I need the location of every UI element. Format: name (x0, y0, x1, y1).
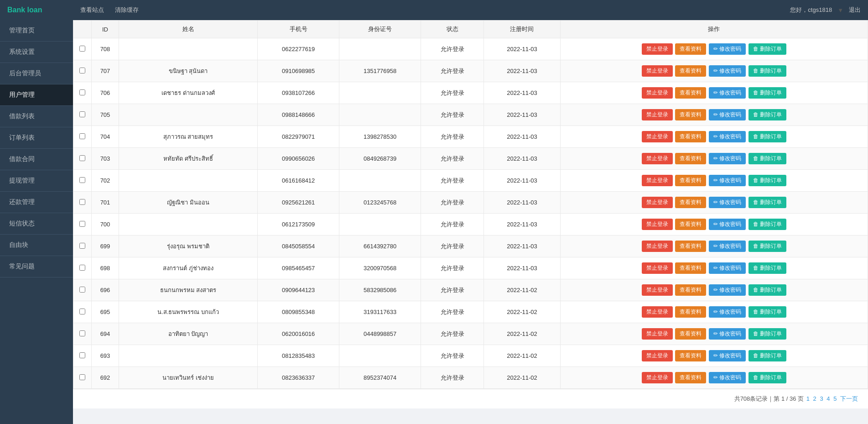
edit-password-button[interactable]: ✏ 修改密码 (709, 350, 746, 361)
sidebar-item-orders[interactable]: 订单列表 (0, 127, 73, 149)
row-checkbox[interactable] (73, 38, 92, 60)
edit-password-button[interactable]: ✏ 修改密码 (709, 153, 746, 164)
ban-button[interactable]: 禁止登录 (642, 109, 673, 120)
view-button[interactable]: 查看资料 (675, 87, 706, 99)
row-checkbox[interactable] (73, 279, 92, 301)
ban-button[interactable]: 禁止登录 (642, 131, 673, 142)
page-2[interactable]: 2 (813, 395, 816, 402)
ban-button[interactable]: 禁止登录 (642, 197, 673, 208)
sidebar-item-home[interactable]: 管理首页 (0, 20, 73, 42)
nav-view-site[interactable]: 查看站点 (80, 6, 104, 14)
ban-button[interactable]: 禁止登录 (642, 175, 673, 186)
row-checkbox[interactable] (73, 192, 92, 214)
edit-password-button[interactable]: ✏ 修改密码 (709, 306, 746, 318)
sidebar-item-loans[interactable]: 借款列表 (0, 106, 73, 127)
sidebar-item-admin[interactable]: 后台管理员 (0, 63, 73, 84)
delete-order-button[interactable]: 🗑 删除订单 (748, 284, 786, 296)
delete-order-button[interactable]: 🗑 删除订单 (748, 306, 786, 318)
view-button[interactable]: 查看资料 (675, 328, 706, 340)
delete-order-button[interactable]: 🗑 删除订单 (748, 197, 786, 208)
row-checkbox[interactable] (73, 301, 92, 323)
delete-order-button[interactable]: 🗑 删除订单 (748, 328, 786, 340)
row-checkbox[interactable] (73, 82, 92, 104)
edit-password-button[interactable]: ✏ 修改密码 (709, 328, 746, 340)
row-checkbox[interactable] (73, 236, 92, 257)
delete-order-button[interactable]: 🗑 删除订单 (748, 153, 786, 164)
page-1[interactable]: 1 (806, 395, 810, 402)
user-greeting[interactable]: 您好，ctgs1818 (790, 6, 832, 14)
edit-password-button[interactable]: ✏ 修改密码 (709, 43, 746, 55)
delete-order-button[interactable]: 🗑 删除订单 (748, 65, 786, 77)
view-button[interactable]: 查看资料 (675, 109, 706, 120)
row-checkbox[interactable] (73, 367, 92, 389)
view-button[interactable]: 查看资料 (675, 197, 706, 208)
row-checkbox[interactable] (73, 126, 92, 148)
ban-button[interactable]: 禁止登录 (642, 372, 673, 383)
edit-password-button[interactable]: ✏ 修改密码 (709, 109, 746, 120)
sidebar-item-block[interactable]: 自由块 (0, 235, 73, 256)
ban-button[interactable]: 禁止登录 (642, 262, 673, 274)
row-checkbox[interactable] (73, 148, 92, 170)
delete-order-button[interactable]: 🗑 删除订单 (748, 219, 786, 230)
row-checkbox[interactable] (73, 60, 92, 82)
edit-password-button[interactable]: ✏ 修改密码 (709, 197, 746, 208)
view-button[interactable]: 查看资料 (675, 306, 706, 318)
page-next[interactable]: 下一页 (840, 395, 858, 402)
delete-order-button[interactable]: 🗑 删除订单 (748, 43, 786, 55)
logout-button[interactable]: 退出 (849, 6, 861, 14)
delete-order-button[interactable]: 🗑 删除订单 (748, 262, 786, 274)
sidebar-item-withdraw[interactable]: 提现管理 (0, 170, 73, 192)
row-checkbox[interactable] (73, 170, 92, 192)
ban-button[interactable]: 禁止登录 (642, 241, 673, 252)
nav-clear-cache[interactable]: 清除缓存 (115, 6, 139, 14)
sidebar-item-repay[interactable]: 还款管理 (0, 192, 73, 213)
ban-button[interactable]: 禁止登录 (642, 43, 673, 55)
ban-button[interactable]: 禁止登录 (642, 306, 673, 318)
view-button[interactable]: 查看资料 (675, 241, 706, 252)
ban-button[interactable]: 禁止登录 (642, 65, 673, 77)
edit-password-button[interactable]: ✏ 修改密码 (709, 175, 746, 186)
edit-password-button[interactable]: ✏ 修改密码 (709, 372, 746, 383)
view-button[interactable]: 查看资料 (675, 219, 706, 230)
ban-button[interactable]: 禁止登录 (642, 87, 673, 99)
sidebar-item-system[interactable]: 系统设置 (0, 42, 73, 63)
delete-order-button[interactable]: 🗑 删除订单 (748, 131, 786, 142)
page-5[interactable]: 5 (833, 395, 837, 402)
delete-order-button[interactable]: 🗑 删除订单 (748, 109, 786, 120)
row-checkbox[interactable] (73, 257, 92, 279)
row-checkbox[interactable] (73, 323, 92, 345)
ban-button[interactable]: 禁止登录 (642, 328, 673, 340)
page-3[interactable]: 3 (820, 395, 823, 402)
edit-password-button[interactable]: ✏ 修改密码 (709, 284, 746, 296)
ban-button[interactable]: 禁止登录 (642, 153, 673, 164)
sidebar-item-sms[interactable]: 短信状态 (0, 213, 73, 235)
page-4[interactable]: 4 (826, 395, 830, 402)
view-button[interactable]: 查看资料 (675, 43, 706, 55)
edit-password-button[interactable]: ✏ 修改密码 (709, 65, 746, 77)
view-button[interactable]: 查看资料 (675, 65, 706, 77)
edit-password-button[interactable]: ✏ 修改密码 (709, 219, 746, 230)
sidebar-item-users[interactable]: 用户管理 (0, 84, 73, 106)
delete-order-button[interactable]: 🗑 删除订单 (748, 175, 786, 186)
view-button[interactable]: 查看资料 (675, 153, 706, 164)
edit-password-button[interactable]: ✏ 修改密码 (709, 241, 746, 252)
delete-order-button[interactable]: 🗑 删除订单 (748, 350, 786, 361)
view-button[interactable]: 查看资料 (675, 350, 706, 361)
view-button[interactable]: 查看资料 (675, 284, 706, 296)
edit-password-button[interactable]: ✏ 修改密码 (709, 131, 746, 142)
ban-button[interactable]: 禁止登录 (642, 350, 673, 361)
delete-order-button[interactable]: 🗑 删除订单 (748, 87, 786, 99)
sidebar-item-faq[interactable]: 常见问题 (0, 256, 73, 277)
sidebar-item-contract[interactable]: 借款合同 (0, 149, 73, 170)
row-checkbox[interactable] (73, 345, 92, 367)
view-button[interactable]: 查看资料 (675, 175, 706, 186)
view-button[interactable]: 查看资料 (675, 131, 706, 142)
edit-password-button[interactable]: ✏ 修改密码 (709, 262, 746, 274)
delete-order-button[interactable]: 🗑 删除订单 (748, 372, 786, 383)
view-button[interactable]: 查看资料 (675, 262, 706, 274)
row-checkbox[interactable] (73, 214, 92, 236)
delete-order-button[interactable]: 🗑 删除订单 (748, 241, 786, 252)
ban-button[interactable]: 禁止登录 (642, 284, 673, 296)
ban-button[interactable]: 禁止登录 (642, 219, 673, 230)
row-checkbox[interactable] (73, 104, 92, 126)
